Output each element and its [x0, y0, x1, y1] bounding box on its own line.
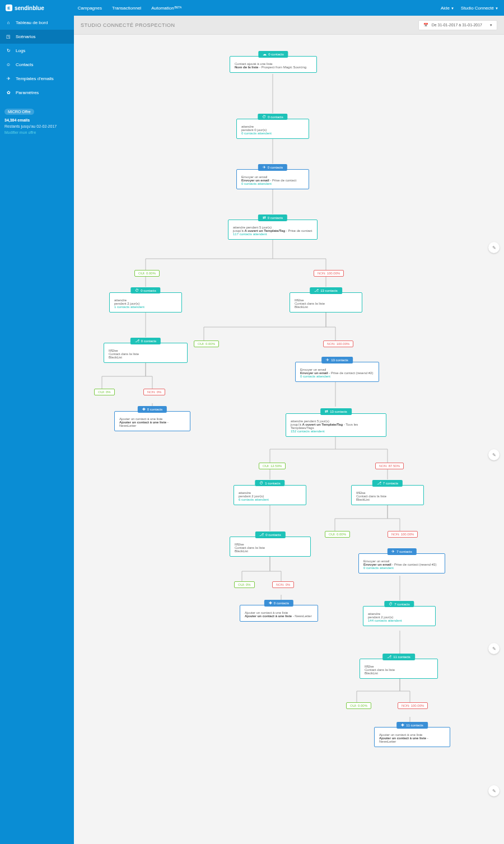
pill: ⎇0 contacts: [130, 338, 161, 344]
chevron-down-icon: ▼: [495, 7, 498, 10]
node-ifelse-13[interactable]: ⎇0 contacts If/ElseContact dans la liste…: [230, 537, 311, 557]
date-range-text: De 31-01-2017 à 31-01-2017: [432, 23, 482, 27]
pill: ✚0 contacts: [264, 600, 293, 607]
nav-campagnes[interactable]: Campagnes: [78, 6, 102, 11]
clock-icon: ⏱: [135, 288, 139, 292]
connectors: [74, 35, 504, 844]
plus-icon: ✚: [142, 407, 146, 412]
pill: ☁0 contacts: [258, 51, 288, 58]
page-title: STUDIO CONNECTÉ PROSPECTION: [81, 22, 175, 28]
node-send-email-3[interactable]: ✈7 contacts Envoyer un emailEnvoyer un e…: [358, 553, 445, 573]
node-add-contact-final[interactable]: ✚11 contacts Ajouter un contact à une li…: [374, 727, 450, 747]
plus-icon: ✚: [401, 723, 404, 728]
pill: ⇄0 contacts: [258, 215, 287, 221]
plan-emails: 34,384 emails: [4, 118, 30, 122]
branch-icon: ⎇: [135, 339, 139, 343]
date-range-picker[interactable]: 📅 De 31-01-2017 à 31-01-2017 ▾: [418, 20, 497, 30]
pill: ✚0 contacts: [138, 406, 167, 413]
send-icon: ✈: [263, 165, 266, 170]
node-wait-0[interactable]: ⏱0 contacts attendrependant 0 jour(s)0 c…: [236, 119, 309, 139]
branch-yes: OUI: 0.00%: [194, 341, 219, 347]
pill: ⏱0 contacts: [258, 114, 287, 120]
node-add-contact-left[interactable]: ✚0 contacts Ajouter un contact à une lis…: [114, 411, 190, 431]
top-nav: Campagnes Transactionnel AutomationBETA: [78, 6, 182, 11]
node-ifelse-left[interactable]: ⎇0 contacts If/ElseContact dans la liste…: [104, 343, 188, 363]
branch-icon: ⇄: [263, 216, 266, 220]
branch-yes: OUI: 0%: [94, 389, 115, 395]
node-wait-2-left[interactable]: ⏱0 contacts attendrependant 2 jour(s)1 c…: [109, 292, 182, 313]
nav-transactionnel[interactable]: Transactionnel: [112, 6, 141, 11]
sidebar-scenarios[interactable]: ◳Scénarios: [0, 30, 74, 44]
edit-fab-3[interactable]: ✎: [488, 643, 500, 654]
edit-fab-1[interactable]: ✎: [488, 242, 500, 253]
pill: ⎇7 contacts: [372, 480, 403, 487]
node-ifelse-right[interactable]: ⎇13 contacts If/ElseContact dans la list…: [290, 292, 362, 313]
pill: ⎇13 contacts: [310, 287, 342, 294]
logs-icon: ↻: [6, 48, 11, 53]
branch-no: NON: 100.00%: [388, 531, 418, 538]
branch-no: NON: 100.00%: [398, 702, 428, 709]
node-ifelse-12[interactable]: ⎇7 contacts If/ElseContact dans la liste…: [351, 485, 424, 505]
help-menu[interactable]: Aide▼: [441, 6, 454, 11]
flow-canvas[interactable]: ☁0 contacts Contact ajouté à une listeNo…: [74, 35, 504, 844]
pencil-icon: ✎: [492, 646, 496, 651]
logo-icon: E: [6, 4, 12, 11]
branch-yes: OUI: 0.00%: [346, 702, 371, 709]
nav-automation[interactable]: AutomationBETA: [151, 6, 181, 11]
pencil-icon: ✎: [492, 245, 496, 250]
account-menu[interactable]: Studio Connecté▼: [461, 6, 498, 11]
node-send-email-1[interactable]: ✈0 contacts Envoyer un emailEnvoyer un e…: [236, 169, 309, 189]
chevron-down-icon: ▼: [451, 7, 454, 10]
branch-no: NON: 100.00%: [314, 270, 344, 277]
sidebar: ⌂Tableau de bord ◳Scénarios ↻Logs ☺Conta…: [0, 16, 74, 844]
branch-yes: OUI: 0.00%: [134, 270, 160, 277]
branch-icon: ⎇: [377, 481, 381, 486]
plan-until: Restants jusqu'au 02-02-2017: [0, 123, 74, 129]
dashboard-icon: ⌂: [6, 20, 11, 25]
branch-no: NON: 0%: [272, 581, 294, 588]
branch-yes: OUI: 12.50%: [259, 463, 286, 469]
node-send-email-2[interactable]: ✈13 contacts Envoyer un emailEnvoyer un …: [295, 362, 379, 382]
node-wait-5-right[interactable]: ⇄13 contacts attendre pendant 5 jour(s)j…: [286, 413, 386, 437]
sidebar-dashboard[interactable]: ⌂Tableau de bord: [0, 16, 74, 30]
plus-icon: ✚: [269, 601, 272, 605]
pill: ⏱0 contacts: [130, 287, 160, 293]
sidebar-contacts[interactable]: ☺Contacts: [0, 58, 74, 72]
branch-icon: ⎇: [387, 655, 391, 659]
pill: ✚11 contacts: [396, 722, 428, 729]
edit-fab-2[interactable]: ✎: [488, 449, 500, 460]
branch-no: NON: 87.50%: [375, 463, 404, 469]
gear-icon: ✿: [6, 90, 11, 95]
sidebar-params[interactable]: ✿Paramètres: [0, 86, 74, 100]
pill: ⏱1 contacts: [255, 480, 284, 486]
plan-modify-link[interactable]: Modifier mon offre: [4, 130, 36, 134]
node-wait-2-right[interactable]: ⏱7 contacts attendrependant 2 jour(s)144…: [363, 606, 436, 626]
pill: ⏱7 contacts: [384, 601, 414, 607]
edit-fab-4[interactable]: ✎: [488, 785, 500, 796]
send-icon: ✈: [326, 358, 329, 362]
calendar-icon: 📅: [423, 23, 428, 27]
pill: ⎇0 contacts: [255, 531, 285, 538]
node-ifelse-17[interactable]: ⎇11 contacts If/ElseContact dans la list…: [360, 659, 438, 679]
node-contact-added[interactable]: ☁0 contacts Contact ajouté à une listeNo…: [230, 56, 317, 73]
node-wait-5-days[interactable]: ⇄0 contacts attendre pendant 5 jour(s)ju…: [228, 220, 318, 240]
logo[interactable]: E sendinblue: [6, 4, 44, 11]
pill: ✈7 contacts: [387, 548, 416, 555]
pill: ✈0 contacts: [258, 164, 287, 171]
pill: ✈13 contacts: [321, 357, 353, 363]
topbar: E sendinblue Campagnes Transactionnel Au…: [0, 0, 504, 16]
chevron-down-icon: ▾: [490, 23, 492, 27]
branch-no: NON: 0%: [143, 389, 165, 395]
cloud-icon: ☁: [263, 52, 267, 57]
clock-icon: ⏱: [389, 602, 393, 606]
branch-yes: OUI: 0.00%: [325, 531, 350, 538]
send-icon: ✈: [391, 549, 395, 554]
branch-icon: ⇄: [325, 409, 328, 414]
pencil-icon: ✎: [492, 453, 496, 458]
node-add-contact-mid[interactable]: ✚0 contacts Ajouter un contact à une lis…: [240, 605, 318, 622]
clock-icon: ⏱: [259, 481, 263, 485]
node-wait-2-mid[interactable]: ⏱1 contacts attendrependant 2 jour(s)6 c…: [234, 485, 306, 505]
sidebar-templates[interactable]: ✈Templates d'emails: [0, 72, 74, 86]
sidebar-logs[interactable]: ↻Logs: [0, 44, 74, 58]
top-right: Aide▼ Studio Connecté▼: [441, 6, 498, 11]
